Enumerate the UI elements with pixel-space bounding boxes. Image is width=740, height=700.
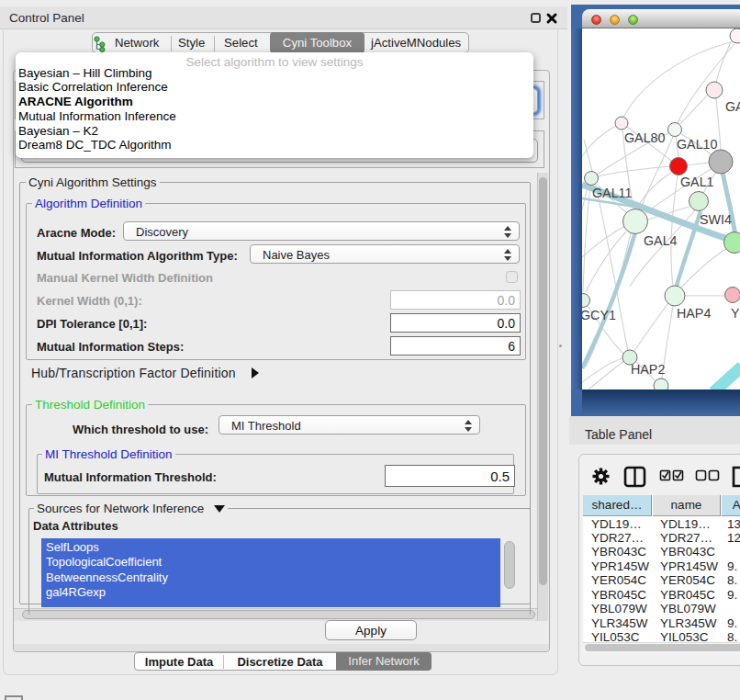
svg-text:GAL11: GAL11 [592,186,632,200]
svg-text:HAP2: HAP2 [631,362,665,377]
svg-text:HAP4: HAP4 [677,306,711,321]
svg-text:GAL80: GAL80 [624,130,666,145]
svg-text:GAL1: GAL1 [680,175,714,189]
svg-text:GAL7: GAL7 [725,99,740,114]
svg-text:GAL10: GAL10 [677,137,718,152]
svg-text:GCY1: GCY1 [582,308,616,322]
svg-text:GAL4: GAL4 [644,233,678,248]
svg-text:Y: Y [731,306,740,321]
svg-text:SWI4: SWI4 [700,212,732,227]
